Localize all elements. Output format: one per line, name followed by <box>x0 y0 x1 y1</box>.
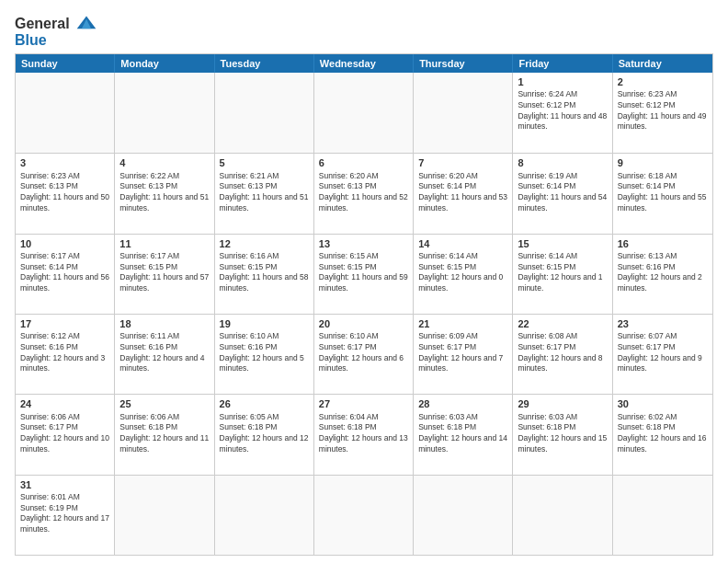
cal-header-tuesday: Tuesday <box>215 54 314 73</box>
cal-cell: 25Sunrise: 6:06 AM Sunset: 6:18 PM Dayli… <box>115 395 214 474</box>
cal-cell: 15Sunrise: 6:14 AM Sunset: 6:15 PM Dayli… <box>513 235 612 314</box>
cal-cell <box>613 476 712 555</box>
day-info: Sunrise: 6:14 AM Sunset: 6:15 PM Dayligh… <box>418 251 503 293</box>
cal-row-0: 1Sunrise: 6:24 AM Sunset: 6:12 PM Daylig… <box>16 73 712 153</box>
day-info: Sunrise: 6:15 AM Sunset: 6:15 PM Dayligh… <box>319 251 408 293</box>
day-info: Sunrise: 6:06 AM Sunset: 6:17 PM Dayligh… <box>20 412 109 454</box>
day-info: Sunrise: 6:02 AM Sunset: 6:18 PM Dayligh… <box>618 412 707 454</box>
day-info: Sunrise: 6:23 AM Sunset: 6:13 PM Dayligh… <box>20 171 109 213</box>
cal-row-1: 3Sunrise: 6:23 AM Sunset: 6:13 PM Daylig… <box>16 153 712 233</box>
day-number: 21 <box>418 317 507 330</box>
logo: General Blue <box>15 15 101 48</box>
day-info: Sunrise: 6:20 AM Sunset: 6:13 PM Dayligh… <box>319 171 408 213</box>
day-number: 6 <box>319 156 408 169</box>
day-number: 4 <box>119 156 209 169</box>
cal-cell <box>314 476 414 555</box>
logo-blue: Blue <box>15 33 101 48</box>
cal-cell: 23Sunrise: 6:07 AM Sunset: 6:17 PM Dayli… <box>613 315 712 394</box>
day-info: Sunrise: 6:07 AM Sunset: 6:17 PM Dayligh… <box>618 331 702 373</box>
cal-cell: 8Sunrise: 6:19 AM Sunset: 6:14 PM Daylig… <box>513 154 612 233</box>
day-info: Sunrise: 6:18 AM Sunset: 6:14 PM Dayligh… <box>618 171 707 213</box>
cal-cell <box>115 476 214 555</box>
cal-cell <box>16 73 115 153</box>
day-info: Sunrise: 6:12 AM Sunset: 6:16 PM Dayligh… <box>20 331 105 373</box>
day-info: Sunrise: 6:09 AM Sunset: 6:17 PM Dayligh… <box>418 331 503 373</box>
cal-row-3: 17Sunrise: 6:12 AM Sunset: 6:16 PM Dayli… <box>16 314 712 394</box>
day-info: Sunrise: 6:16 AM Sunset: 6:15 PM Dayligh… <box>220 251 309 293</box>
cal-cell: 3Sunrise: 6:23 AM Sunset: 6:13 PM Daylig… <box>16 154 115 233</box>
day-info: Sunrise: 6:03 AM Sunset: 6:18 PM Dayligh… <box>518 412 607 454</box>
cal-cell: 5Sunrise: 6:21 AM Sunset: 6:13 PM Daylig… <box>215 154 314 233</box>
day-number: 13 <box>319 237 408 250</box>
day-number: 12 <box>220 237 309 250</box>
day-number: 23 <box>618 317 708 330</box>
day-number: 18 <box>119 317 209 330</box>
cal-row-5: 31Sunrise: 6:01 AM Sunset: 6:19 PM Dayli… <box>16 475 712 555</box>
day-number: 7 <box>418 156 507 169</box>
cal-cell: 17Sunrise: 6:12 AM Sunset: 6:16 PM Dayli… <box>16 315 115 394</box>
day-number: 22 <box>518 317 607 330</box>
logo-general: General <box>15 16 70 31</box>
day-info: Sunrise: 6:20 AM Sunset: 6:14 PM Dayligh… <box>418 171 507 213</box>
day-info: Sunrise: 6:17 AM Sunset: 6:15 PM Dayligh… <box>119 251 209 293</box>
day-info: Sunrise: 6:03 AM Sunset: 6:18 PM Dayligh… <box>418 412 507 454</box>
cal-cell: 14Sunrise: 6:14 AM Sunset: 6:15 PM Dayli… <box>414 235 513 314</box>
cal-cell <box>513 476 612 555</box>
day-number: 11 <box>119 237 209 250</box>
cal-cell <box>414 73 513 153</box>
cal-cell: 11Sunrise: 6:17 AM Sunset: 6:15 PM Dayli… <box>115 235 214 314</box>
cal-header-monday: Monday <box>115 54 214 73</box>
cal-cell: 9Sunrise: 6:18 AM Sunset: 6:14 PM Daylig… <box>613 154 712 233</box>
header: General Blue <box>15 15 713 48</box>
day-info: Sunrise: 6:24 AM Sunset: 6:12 PM Dayligh… <box>518 89 607 131</box>
day-number: 2 <box>618 75 708 88</box>
day-info: Sunrise: 6:13 AM Sunset: 6:16 PM Dayligh… <box>618 251 702 293</box>
cal-cell: 10Sunrise: 6:17 AM Sunset: 6:14 PM Dayli… <box>16 235 115 314</box>
cal-cell: 2Sunrise: 6:23 AM Sunset: 6:12 PM Daylig… <box>613 73 712 153</box>
day-number: 3 <box>20 156 109 169</box>
cal-cell: 28Sunrise: 6:03 AM Sunset: 6:18 PM Dayli… <box>414 395 513 474</box>
cal-cell: 27Sunrise: 6:04 AM Sunset: 6:18 PM Dayli… <box>314 395 414 474</box>
calendar-body: 1Sunrise: 6:24 AM Sunset: 6:12 PM Daylig… <box>16 73 712 555</box>
cal-cell: 13Sunrise: 6:15 AM Sunset: 6:15 PM Dayli… <box>314 235 414 314</box>
cal-header-sunday: Sunday <box>16 54 115 73</box>
day-number: 14 <box>418 237 507 250</box>
day-info: Sunrise: 6:05 AM Sunset: 6:18 PM Dayligh… <box>220 412 309 454</box>
cal-cell: 22Sunrise: 6:08 AM Sunset: 6:17 PM Dayli… <box>513 315 612 394</box>
day-number: 1 <box>518 75 607 88</box>
day-number: 25 <box>119 397 209 410</box>
calendar: SundayMondayTuesdayWednesdayThursdayFrid… <box>15 53 713 556</box>
day-info: Sunrise: 6:06 AM Sunset: 6:18 PM Dayligh… <box>119 412 209 454</box>
day-number: 5 <box>220 156 309 169</box>
cal-header-wednesday: Wednesday <box>314 54 414 73</box>
cal-header-thursday: Thursday <box>414 54 513 73</box>
cal-header-friday: Friday <box>513 54 612 73</box>
day-number: 8 <box>518 156 607 169</box>
day-info: Sunrise: 6:14 AM Sunset: 6:15 PM Dayligh… <box>518 251 602 293</box>
cal-row-2: 10Sunrise: 6:17 AM Sunset: 6:14 PM Dayli… <box>16 234 712 314</box>
cal-cell: 29Sunrise: 6:03 AM Sunset: 6:18 PM Dayli… <box>513 395 612 474</box>
cal-cell <box>314 73 414 153</box>
cal-cell: 1Sunrise: 6:24 AM Sunset: 6:12 PM Daylig… <box>513 73 612 153</box>
day-info: Sunrise: 6:23 AM Sunset: 6:12 PM Dayligh… <box>618 89 707 131</box>
cal-cell: 21Sunrise: 6:09 AM Sunset: 6:17 PM Dayli… <box>414 315 513 394</box>
cal-cell: 18Sunrise: 6:11 AM Sunset: 6:16 PM Dayli… <box>115 315 214 394</box>
cal-cell: 16Sunrise: 6:13 AM Sunset: 6:16 PM Dayli… <box>613 235 712 314</box>
cal-cell: 30Sunrise: 6:02 AM Sunset: 6:18 PM Dayli… <box>613 395 712 474</box>
day-info: Sunrise: 6:10 AM Sunset: 6:17 PM Dayligh… <box>319 331 404 373</box>
day-info: Sunrise: 6:04 AM Sunset: 6:18 PM Dayligh… <box>319 412 408 454</box>
day-number: 27 <box>319 397 408 410</box>
cal-cell: 7Sunrise: 6:20 AM Sunset: 6:14 PM Daylig… <box>414 154 513 233</box>
day-number: 20 <box>319 317 408 330</box>
day-number: 19 <box>220 317 309 330</box>
day-number: 10 <box>20 237 109 250</box>
cal-cell: 12Sunrise: 6:16 AM Sunset: 6:15 PM Dayli… <box>215 235 314 314</box>
cal-cell: 31Sunrise: 6:01 AM Sunset: 6:19 PM Dayli… <box>16 476 115 555</box>
cal-header-saturday: Saturday <box>613 54 712 73</box>
day-info: Sunrise: 6:21 AM Sunset: 6:13 PM Dayligh… <box>220 171 309 213</box>
cal-cell <box>215 476 314 555</box>
calendar-header: SundayMondayTuesdayWednesdayThursdayFrid… <box>16 54 712 73</box>
day-info: Sunrise: 6:19 AM Sunset: 6:14 PM Dayligh… <box>518 171 607 213</box>
day-number: 29 <box>518 397 607 410</box>
day-info: Sunrise: 6:01 AM Sunset: 6:19 PM Dayligh… <box>20 492 109 534</box>
